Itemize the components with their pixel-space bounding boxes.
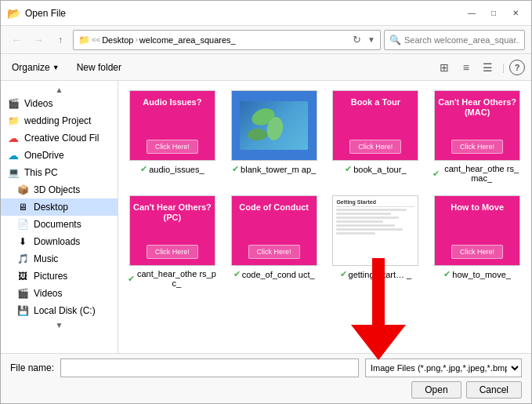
file-name: getting_start… _	[349, 270, 412, 279]
dropdown-arrow-icon[interactable]: ▼	[367, 35, 375, 44]
breadcrumb-icon: 📁	[78, 35, 90, 45]
view-list-button[interactable]: ≡	[457, 58, 476, 77]
organize-label: Organize	[12, 62, 50, 73]
cancel-button[interactable]: Cancel	[466, 381, 522, 399]
organize-button[interactable]: Organize ▼	[7, 60, 64, 75]
file-item[interactable]: Getting Started ✔ getting_start… _	[328, 192, 424, 291]
sidebar-item-this-pc[interactable]: 💻 This PC	[1, 164, 118, 181]
forward-button[interactable]: →	[29, 31, 48, 49]
file-item[interactable]: ✔ blank_tower_m ap_	[226, 87, 322, 186]
sidebar-item-label: Music	[34, 253, 58, 264]
sidebar-item-label: Downloads	[34, 236, 80, 247]
back-button[interactable]: ←	[7, 31, 26, 49]
videos-icon: 🎬	[7, 97, 20, 110]
file-name-input[interactable]	[60, 359, 359, 377]
breadcrumb-folder: welcome_area_squares_	[139, 35, 236, 45]
minimize-button[interactable]: —	[462, 5, 481, 21]
music-icon: 🎵	[16, 253, 29, 265]
view-large-icons-button[interactable]: ⊞	[435, 58, 454, 77]
card-title: Can't Hear Others? (MAC)	[438, 97, 516, 118]
file-name: cant_hear_othe rs_pc_	[136, 269, 217, 288]
up-button[interactable]: ↑	[51, 31, 70, 49]
file-item[interactable]: How to Move Click Here! ✔ how_to_move_	[429, 192, 525, 291]
sidebar-item-label: Videos	[34, 288, 62, 299]
sidebar-item-onedrive[interactable]: ☁ OneDrive	[1, 147, 118, 164]
new-folder-label: New folder	[77, 62, 121, 73]
new-folder-button[interactable]: New folder	[71, 60, 128, 75]
search-input[interactable]	[404, 35, 519, 45]
address-bar[interactable]: 📁 «« Desktop › welcome_area_squares_ ↻ ▼	[73, 30, 381, 50]
check-icon: ✔	[340, 269, 347, 279]
check-icon: ✔	[128, 274, 135, 284]
desktop-icon: 🖥	[16, 201, 29, 213]
file-name: blank_tower_m ap_	[241, 165, 316, 174]
title-bar: 📂 Open File — □ ✕	[1, 1, 531, 26]
refresh-button[interactable]: ↻	[349, 32, 364, 48]
file-item[interactable]: Audio Issues? Click Here! ✔ audio_issues…	[125, 87, 220, 186]
sidebar-scroll-up[interactable]: ▲	[1, 84, 118, 95]
card-title: Code of Conduct	[239, 202, 309, 213]
sidebar-item-pictures[interactable]: 🖼 Pictures	[1, 268, 118, 285]
card-title: Book a Tour	[351, 97, 400, 107]
creative-cloud-icon: ☁	[7, 132, 20, 144]
3d-objects-icon: 📦	[16, 184, 29, 196]
breadcrumb-separator: ««	[92, 35, 100, 44]
maximize-button[interactable]: □	[484, 5, 503, 21]
check-icon: ✔	[345, 164, 352, 174]
file-type-select[interactable]: Image Files (*.png,*.jpg,*.jpeg,*.bmp,..…	[365, 359, 522, 377]
file-item[interactable]: Code of Conduct Click Here! ✔ code_of_co…	[226, 192, 322, 291]
file-name: book_a_tour_	[353, 165, 406, 174]
file-thumbnail: Book a Tour Click Here!	[332, 90, 418, 161]
sidebar-item-music[interactable]: 🎵 Music	[1, 250, 118, 268]
gs-title: Getting Started	[336, 199, 414, 207]
file-thumbnail: Code of Conduct Click Here!	[231, 195, 317, 266]
check-icon: ✔	[443, 269, 451, 279]
file-name: audio_issues_	[149, 165, 204, 174]
action-toolbar: Organize ▼ New folder ⊞ ≡ ☰ | ?	[1, 54, 531, 81]
file-thumbnail: Can't Hear Others? (PC) Click Here!	[129, 195, 215, 266]
file-name: how_to_move_	[452, 270, 511, 279]
videos2-icon: 🎬	[16, 287, 29, 300]
help-label: ?	[515, 63, 520, 72]
sidebar-item-documents[interactable]: 📄 Documents	[1, 216, 118, 233]
main-content: ▲ 🎬 Videos 📁 wedding Project ☁ Creative …	[1, 81, 531, 353]
sidebar-item-label: Creative Cloud Fil	[24, 133, 99, 144]
check-icon: ✔	[432, 169, 440, 179]
card-button: Click Here!	[451, 245, 503, 259]
window-icon: 📂	[7, 7, 20, 20]
sidebar-item-desktop[interactable]: 🖥 Desktop	[1, 198, 118, 216]
downloads-icon: ⬇	[16, 235, 29, 248]
breadcrumb: 📁 «« Desktop › welcome_area_squares_	[78, 35, 346, 45]
card-button: Click Here!	[147, 140, 198, 154]
sidebar-item-wedding[interactable]: 📁 wedding Project	[1, 112, 118, 129]
file-item[interactable]: Can't Hear Others? (PC) Click Here! ✔ ca…	[125, 192, 220, 291]
sidebar-scroll-down[interactable]: ▼	[1, 319, 118, 330]
file-item[interactable]: Can't Hear Others? (MAC) Click Here! ✔ c…	[429, 87, 525, 186]
sidebar-item-3d-objects[interactable]: 📦 3D Objects	[1, 181, 118, 198]
view-details-button[interactable]: ☰	[479, 58, 498, 77]
file-name: cant_hear_othe rs_mac_	[441, 164, 522, 183]
sidebar-item-creative-cloud[interactable]: ☁ Creative Cloud Fil	[1, 129, 118, 147]
pictures-icon: 🖼	[16, 270, 29, 282]
sidebar-item-videos-bottom[interactable]: 🎬 Videos	[1, 285, 118, 302]
sidebar-item-label: Videos	[24, 98, 52, 109]
open-button[interactable]: Open	[411, 381, 461, 399]
card-title: How to Move	[451, 202, 504, 213]
close-button[interactable]: ✕	[506, 5, 525, 21]
file-name: code_of_cond uct_	[242, 270, 315, 279]
sidebar-item-videos-top[interactable]: 🎬 Videos	[1, 95, 118, 112]
file-item[interactable]: Book a Tour Click Here! ✔ book_a_tour_	[328, 87, 424, 186]
sidebar-item-label: OneDrive	[24, 150, 64, 161]
file-thumbnail: How to Move Click Here!	[434, 195, 520, 266]
this-pc-icon: 💻	[7, 166, 20, 179]
address-toolbar: ← → ↑ 📁 «« Desktop › welcome_area_square…	[1, 26, 531, 54]
sidebar-item-label: This PC	[24, 167, 58, 178]
file-thumbnail: Audio Issues? Click Here!	[129, 90, 215, 161]
help-button[interactable]: ?	[509, 60, 525, 75]
breadcrumb-desktop: Desktop	[102, 35, 133, 45]
card-title: Can't Hear Others? (PC)	[133, 202, 212, 223]
card-button: Click Here!	[451, 140, 503, 154]
card-button: Click Here!	[248, 245, 300, 259]
sidebar-item-downloads[interactable]: ⬇ Downloads	[1, 233, 118, 250]
sidebar-item-local-disk[interactable]: 💾 Local Disk (C:)	[1, 302, 118, 319]
